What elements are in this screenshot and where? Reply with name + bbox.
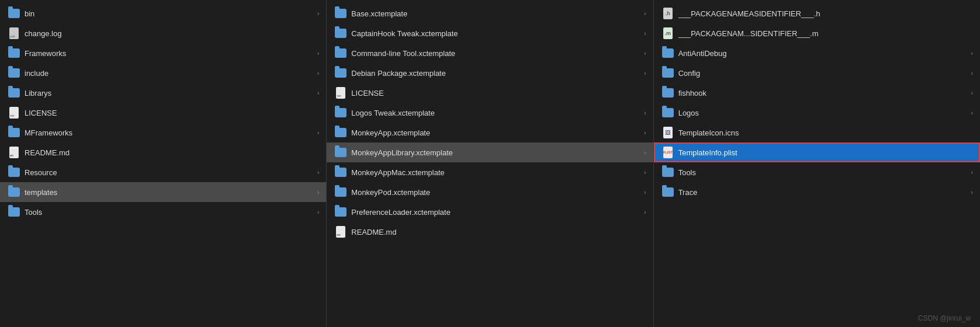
folder-icon: [335, 127, 346, 138]
folder-icon: [335, 67, 346, 79]
list-item[interactable]: Debian Package.xctemplate›: [327, 63, 653, 83]
item-label: Tools: [24, 208, 315, 217]
folder-icon: [662, 87, 674, 99]
folder-icon: [8, 47, 20, 59]
folder-icon: [335, 47, 346, 59]
folder-icon: [8, 127, 20, 138]
chevron-right-icon: ›: [644, 189, 646, 196]
list-item[interactable]: fishhook›: [654, 83, 980, 103]
file-browser: bin›change.logFrameworks›include›Library…: [0, 0, 980, 327]
list-item[interactable]: .m___PACKAGENAM...SIDENTIFIER___.m: [654, 23, 980, 43]
folder-icon: [662, 107, 674, 119]
folder-icon: [335, 206, 346, 218]
column-2: Base.xctemplate›CaptainHook Tweak.xctemp…: [327, 0, 653, 327]
list-item[interactable]: 🖼TemplateIcon.icns: [654, 123, 980, 142]
item-label: CaptainHook Tweak.xctemplate: [351, 29, 642, 38]
folder-icon: [8, 67, 20, 79]
item-label: MonkeyAppMac.xctemplate: [351, 168, 642, 177]
list-item[interactable]: CaptainHook Tweak.xctemplate›: [327, 23, 653, 43]
chevron-right-icon: ›: [317, 69, 320, 76]
chevron-right-icon: ›: [971, 50, 973, 57]
folder-icon: [8, 8, 20, 19]
item-label: AntiAntiDebug: [678, 49, 969, 58]
chevron-right-icon: ›: [971, 69, 973, 76]
list-item[interactable]: MonkeyApp.xctemplate›: [327, 123, 653, 142]
list-item[interactable]: MFrameworks›: [0, 123, 326, 142]
item-label: change.log: [24, 29, 319, 38]
list-item[interactable]: MonkeyPod.xctemplate›: [327, 182, 653, 202]
item-label: README.md: [24, 148, 319, 157]
folder-icon: [335, 27, 346, 39]
list-item[interactable]: LICENSE: [0, 103, 326, 123]
list-item[interactable]: MonkeyAppMac.xctemplate›: [327, 162, 653, 182]
item-label: Command-line Tool.xctemplate: [351, 49, 642, 58]
chevron-right-icon: ›: [971, 169, 973, 176]
chevron-right-icon: ›: [644, 69, 646, 76]
list-item[interactable]: LICENSE: [327, 83, 653, 103]
list-item[interactable]: Frameworks›: [0, 43, 326, 63]
list-item[interactable]: Base.xctemplate›: [327, 4, 653, 23]
folder-icon: [335, 107, 346, 119]
item-label: Logos: [678, 109, 969, 117]
list-item[interactable]: Logos Tweak.xctemplate›: [327, 103, 653, 123]
chevron-right-icon: ›: [317, 189, 320, 196]
chevron-right-icon: ›: [971, 109, 973, 116]
list-item[interactable]: PreferenceLoader.xctemplate›: [327, 202, 653, 222]
chevron-right-icon: ›: [317, 169, 320, 176]
list-item[interactable]: .h___PACKAGENAMEASIDENTIFIER___.h: [654, 4, 980, 23]
icns-icon: 🖼: [662, 127, 674, 138]
md-icon: [8, 147, 20, 158]
item-label: fishhook: [678, 89, 969, 98]
log-icon: [8, 27, 20, 39]
item-label: Resource: [24, 168, 315, 177]
list-item[interactable]: README.md: [327, 222, 653, 242]
chevron-right-icon: ›: [644, 30, 646, 37]
chevron-right-icon: ›: [317, 10, 320, 17]
item-label: bin: [24, 9, 315, 18]
list-item[interactable]: bin›: [0, 4, 326, 23]
folder-icon: [8, 166, 20, 178]
item-label: LICENSE: [351, 89, 646, 98]
item-label: include: [24, 69, 315, 78]
list-item[interactable]: Command-line Tool.xctemplate›: [327, 43, 653, 63]
chevron-right-icon: ›: [317, 89, 320, 96]
list-item[interactable]: PLISTTemplateInfo.plist: [654, 142, 980, 162]
item-label: Logos Tweak.xctemplate: [351, 109, 642, 117]
folder-icon: [335, 147, 346, 158]
item-label: templates: [24, 188, 315, 197]
item-label: ___PACKAGENAMEASIDENTIFIER___.h: [678, 9, 973, 18]
list-item[interactable]: Resource›: [0, 162, 326, 182]
item-label: TemplateInfo.plist: [678, 148, 973, 157]
item-label: PreferenceLoader.xctemplate: [351, 208, 642, 217]
watermark: CSDN @jinrui_w: [918, 314, 971, 322]
list-item[interactable]: AntiAntiDebug›: [654, 43, 980, 63]
item-label: Config: [678, 69, 969, 78]
list-item[interactable]: templates›: [0, 182, 326, 202]
list-item[interactable]: Tools›: [654, 162, 980, 182]
item-label: ___PACKAGENAM...SIDENTIFIER___.m: [678, 29, 973, 38]
item-label: Trace: [678, 188, 969, 197]
folder-icon: [662, 166, 674, 178]
list-item[interactable]: include›: [0, 63, 326, 83]
folder-icon: [335, 186, 346, 198]
column-3: .h___PACKAGENAMEASIDENTIFIER___.h.m___PA…: [654, 0, 980, 327]
list-item[interactable]: Librarys›: [0, 83, 326, 103]
m-icon: .m: [662, 27, 674, 39]
chevron-right-icon: ›: [644, 169, 646, 176]
txt-icon: [335, 87, 346, 99]
list-item[interactable]: Logos›: [654, 103, 980, 123]
list-item[interactable]: Config›: [654, 63, 980, 83]
chevron-right-icon: ›: [644, 208, 646, 215]
item-label: Tools: [678, 168, 969, 177]
item-label: Librarys: [24, 89, 315, 98]
chevron-right-icon: ›: [644, 109, 646, 116]
list-item[interactable]: Tools›: [0, 202, 326, 222]
list-item[interactable]: MonkeyAppLibrary.xctemplate›: [327, 142, 653, 162]
item-label: Base.xctemplate: [351, 9, 642, 18]
chevron-right-icon: ›: [317, 208, 320, 215]
column-1: bin›change.logFrameworks›include›Library…: [0, 0, 327, 327]
chevron-right-icon: ›: [317, 50, 320, 57]
list-item[interactable]: Trace›: [654, 182, 980, 202]
list-item[interactable]: change.log: [0, 23, 326, 43]
list-item[interactable]: README.md: [0, 142, 326, 162]
